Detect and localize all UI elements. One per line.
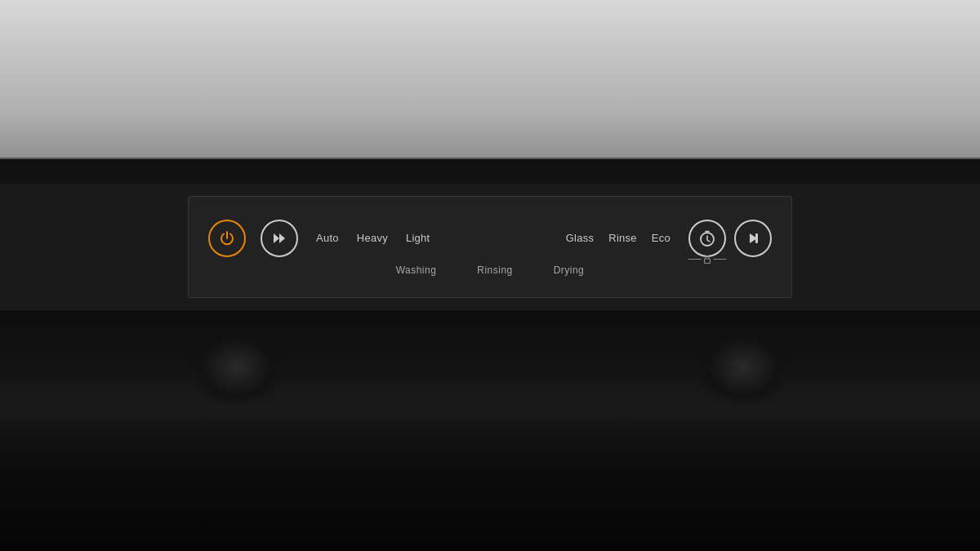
power-button[interactable] [208,220,246,257]
right-reflection-bump [694,327,792,408]
status-rinsing: Rinsing [477,264,512,276]
left-cycle-labels: Auto Heavy Light [316,232,566,244]
cycle-label-rinse[interactable]: Rinse [608,232,637,244]
left-reflection-bump [188,327,286,408]
fast-forward-icon [271,230,287,247]
status-drying: Drying [554,264,585,276]
cycle-label-auto[interactable]: Auto [316,232,339,244]
timer-icon [698,229,716,247]
svg-rect-5 [755,233,758,243]
svg-marker-0 [274,233,279,243]
cycle-label-eco[interactable]: Eco [652,232,670,244]
dark-trim [0,159,980,184]
cycle-label-light[interactable]: Light [406,232,430,244]
lock-icon [704,255,711,264]
playpause-button[interactable] [734,220,772,257]
bottom-panel [0,310,980,551]
control-panel: Auto Heavy Light Glass Rinse Eco [188,196,792,298]
status-row: Washing Rinsing Drying [189,264,791,282]
cycle-button[interactable] [261,220,298,257]
right-cycle-labels: Glass Rinse Eco [566,232,670,244]
status-washing: Washing [396,264,437,276]
control-area: Auto Heavy Light Glass Rinse Eco [0,184,980,310]
cycle-label-glass[interactable]: Glass [566,232,595,244]
right-buttons [688,220,772,257]
playpause-icon [744,229,762,247]
timer-button[interactable] [688,220,726,257]
lock-indicator [688,255,727,264]
top-stainless-panel [0,0,980,159]
control-top-row: Auto Heavy Light Glass Rinse Eco [189,211,791,264]
svg-marker-1 [279,233,285,243]
cycle-label-heavy[interactable]: Heavy [357,232,388,244]
power-icon [218,229,236,247]
svg-rect-3 [705,259,710,264]
